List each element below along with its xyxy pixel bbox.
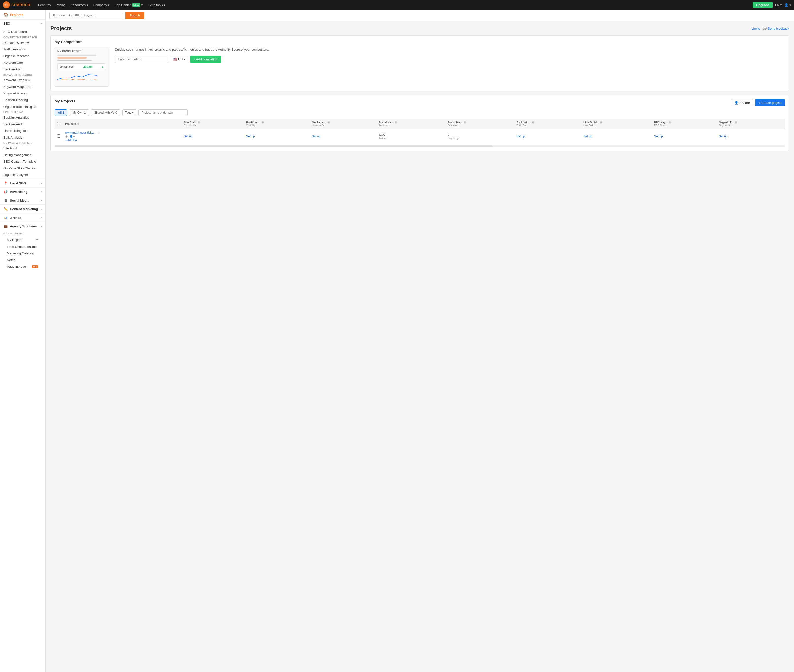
social-schedule-filter-icon[interactable]: ⊞ bbox=[464, 121, 466, 124]
filter-tab-my-own[interactable]: My Own 1 bbox=[69, 109, 89, 116]
project-domain-link[interactable]: www.makingpositivity... bbox=[65, 131, 95, 134]
projects-table-wrapper[interactable]: Projects ⇅ Site Audit ⊞ Site Health Posi… bbox=[55, 119, 785, 144]
sidebar-item-marketing-calendar[interactable]: Marketing Calendar bbox=[3, 250, 42, 257]
link-build-filter-icon[interactable]: ⊞ bbox=[600, 121, 602, 124]
nav-appcenter[interactable]: App Center NEW ▾ bbox=[112, 2, 145, 8]
settings-icon[interactable]: ⚙ bbox=[65, 135, 68, 138]
organic-setup-link[interactable]: Set up bbox=[719, 134, 728, 138]
col-social-schedule: Social Me... ⊞ Schedule... bbox=[445, 119, 514, 129]
search-input[interactable] bbox=[50, 12, 124, 19]
sidebar-item-organic-traffic-insights[interactable]: Organic Traffic Insights bbox=[0, 103, 45, 110]
filter-tab-shared[interactable]: Shared with Me 0 bbox=[91, 109, 120, 116]
sidebar-category-advertising[interactable]: 📢 Advertising › bbox=[0, 187, 45, 196]
search-button[interactable]: Search bbox=[125, 12, 144, 19]
logo[interactable]: S SEMRUSH bbox=[3, 2, 30, 8]
sidebar-item-domain-overview[interactable]: Domain Overview bbox=[0, 39, 45, 46]
sidebar-projects-header[interactable]: 🏠 Projects bbox=[0, 10, 45, 20]
ppc-sub: PPC Cam... bbox=[654, 124, 714, 127]
sidebar-item-keyword-manager[interactable]: Keyword Manager bbox=[0, 90, 45, 97]
sidebar-item-seo-dashboard[interactable]: SEO Dashboard bbox=[0, 29, 45, 35]
tags-dropdown[interactable]: Tags ▾ bbox=[122, 109, 136, 116]
sidebar-item-keyword-gap[interactable]: Keyword Gap bbox=[0, 59, 45, 66]
nav-pricing[interactable]: Pricing bbox=[54, 2, 67, 8]
backlink-setup-link[interactable]: Set up bbox=[516, 134, 525, 138]
row-checkbox[interactable] bbox=[57, 134, 60, 138]
add-competitor-button[interactable]: + Add competitor bbox=[190, 56, 221, 63]
sidebar-seo-toggle[interactable]: SEO ▾ bbox=[0, 20, 45, 27]
row-site-audit-cell: Set up bbox=[181, 129, 244, 144]
project-search-input[interactable] bbox=[138, 109, 188, 116]
social-media-label: Social Media bbox=[10, 198, 29, 202]
page-title: Projects bbox=[50, 25, 72, 32]
sidebar-item-listing-management[interactable]: Listing Management bbox=[0, 152, 45, 158]
star-icon[interactable]: ☆ bbox=[98, 131, 101, 134]
user-menu[interactable]: 👤 ▾ bbox=[784, 3, 791, 7]
content-marketing-label: Content Marketing bbox=[10, 207, 38, 211]
nav-company[interactable]: Company ▾ bbox=[91, 2, 112, 8]
sidebar-item-backlink-gap[interactable]: Backlink Gap bbox=[0, 66, 45, 73]
nav-features[interactable]: Features bbox=[36, 2, 53, 8]
projects-sort-icon[interactable]: ⇅ bbox=[77, 123, 79, 125]
sidebar-item-my-reports[interactable]: My Reports + bbox=[3, 236, 42, 243]
nav-extratools[interactable]: Extra tools ▾ bbox=[146, 2, 167, 8]
filter-tab-all[interactable]: All 1 bbox=[55, 109, 67, 116]
add-report-icon[interactable]: + bbox=[36, 237, 38, 242]
svg-text:S: S bbox=[5, 4, 6, 6]
sidebar-category-local-seo[interactable]: 📍 Local SEO › bbox=[0, 179, 45, 187]
row-position-cell: Set up bbox=[244, 129, 310, 144]
page-header-right: Limits 💬 Send feedback bbox=[751, 27, 789, 30]
sidebar-item-site-audit[interactable]: Site Audit bbox=[0, 145, 45, 152]
ppc-filter-icon[interactable]: ⊞ bbox=[669, 121, 671, 124]
backlink-filter-icon[interactable]: ⊞ bbox=[532, 121, 534, 124]
ppc-setup-link[interactable]: Set up bbox=[654, 134, 663, 138]
competitor-input[interactable] bbox=[115, 56, 169, 63]
sidebar-item-backlink-analytics[interactable]: Backlink Analytics bbox=[0, 114, 45, 121]
language-selector[interactable]: EN ▾ bbox=[775, 3, 782, 7]
sidebar-item-seo-content-template[interactable]: SEO Content Template bbox=[0, 158, 45, 165]
seo-chevron-icon: ▾ bbox=[40, 22, 42, 25]
sidebar-item-bulk-analysis[interactable]: Bulk Analysis bbox=[0, 134, 45, 141]
sidebar-item-organic-research[interactable]: Organic Research bbox=[0, 53, 45, 59]
table-scrollbar-track[interactable] bbox=[55, 146, 785, 147]
sidebar-category-content-marketing[interactable]: ✏️ Content Marketing › bbox=[0, 205, 45, 213]
add-tag-link[interactable]: + Add tag bbox=[65, 139, 77, 141]
projects-table: Projects ⇅ Site Audit ⊞ Site Health Posi… bbox=[55, 119, 785, 144]
sidebar-item-log-file-analyzer[interactable]: Log File Analyzer bbox=[0, 171, 45, 178]
sidebar-category-trends[interactable]: 📊 .Trends › bbox=[0, 213, 45, 222]
sidebar-item-notes[interactable]: Notes bbox=[3, 257, 42, 263]
site-audit-setup-link[interactable]: Set up bbox=[184, 134, 192, 138]
feedback-button[interactable]: 💬 Send feedback bbox=[763, 27, 789, 30]
sidebar-item-backlink-audit[interactable]: Backlink Audit bbox=[0, 121, 45, 128]
sidebar-category-social-media[interactable]: 🖥 Social Media › bbox=[0, 196, 45, 205]
link-build-setup-link[interactable]: Set up bbox=[584, 134, 592, 138]
site-audit-filter-icon[interactable]: ⊞ bbox=[198, 121, 200, 124]
bar-chart-icon: 📊 bbox=[3, 215, 8, 220]
social-audience-filter-icon[interactable]: ⊞ bbox=[395, 121, 397, 124]
my-reports-label: My Reports bbox=[7, 238, 23, 242]
create-project-button[interactable]: + Create project bbox=[755, 99, 785, 106]
sidebar-item-lead-generation[interactable]: Lead Generation Tool bbox=[3, 243, 42, 250]
users-icon[interactable]: 👤+ bbox=[69, 135, 75, 138]
preview-domain-row: domain.com 291.5M ▲ bbox=[57, 64, 106, 70]
beta-badge: Beta bbox=[32, 265, 38, 268]
select-all-checkbox[interactable] bbox=[57, 122, 60, 125]
sidebar-item-on-page-seo-checker[interactable]: On Page SEO Checker bbox=[0, 165, 45, 171]
organic-filter-icon[interactable]: ⊞ bbox=[735, 121, 737, 124]
share-button[interactable]: 👤+ Share bbox=[731, 99, 753, 106]
sidebar-item-pageimprove[interactable]: PageImprove Beta bbox=[3, 263, 42, 270]
limits-link[interactable]: Limits bbox=[751, 27, 760, 30]
sidebar-item-keyword-magic-tool[interactable]: Keyword Magic Tool bbox=[0, 83, 45, 90]
nav-resources[interactable]: Resources ▾ bbox=[69, 2, 90, 8]
country-selector[interactable]: 🇺🇸 US ▾ bbox=[171, 56, 188, 63]
sidebar-item-keyword-overview[interactable]: Keyword Overview bbox=[0, 77, 45, 83]
sidebar-item-link-building-tool[interactable]: Link Building Tool bbox=[0, 128, 45, 134]
sidebar-item-traffic-analytics[interactable]: Traffic Analytics bbox=[0, 46, 45, 53]
position-setup-link[interactable]: Set up bbox=[246, 134, 255, 138]
position-filter-icon[interactable]: ⊞ bbox=[261, 121, 264, 124]
sidebar-item-position-tracking[interactable]: Position Tracking bbox=[0, 97, 45, 103]
sidebar-category-agency-solutions[interactable]: 💼 Agency Solutions › bbox=[0, 222, 45, 230]
upgrade-button[interactable]: Upgrade bbox=[752, 2, 773, 8]
local-seo-label: Local SEO bbox=[10, 181, 26, 185]
on-page-setup-link[interactable]: Set up bbox=[312, 134, 321, 138]
on-page-filter-icon[interactable]: ⊞ bbox=[327, 121, 330, 124]
